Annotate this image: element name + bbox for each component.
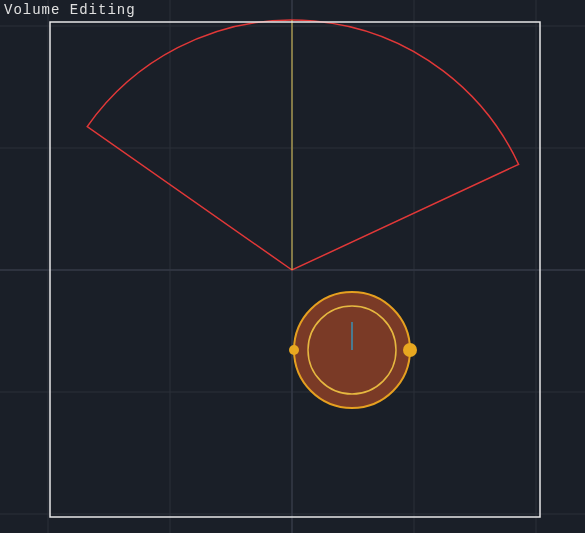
editor-canvas[interactable]: [0, 0, 585, 533]
volume-knob[interactable]: [289, 292, 417, 408]
panel-title: Volume Editing: [4, 2, 136, 18]
knob-handle-left[interactable]: [289, 345, 299, 355]
volume-editing-viewport[interactable]: Volume Editing: [0, 0, 585, 533]
volume-wedge[interactable]: [87, 20, 518, 270]
knob-handle-right[interactable]: [403, 343, 417, 357]
